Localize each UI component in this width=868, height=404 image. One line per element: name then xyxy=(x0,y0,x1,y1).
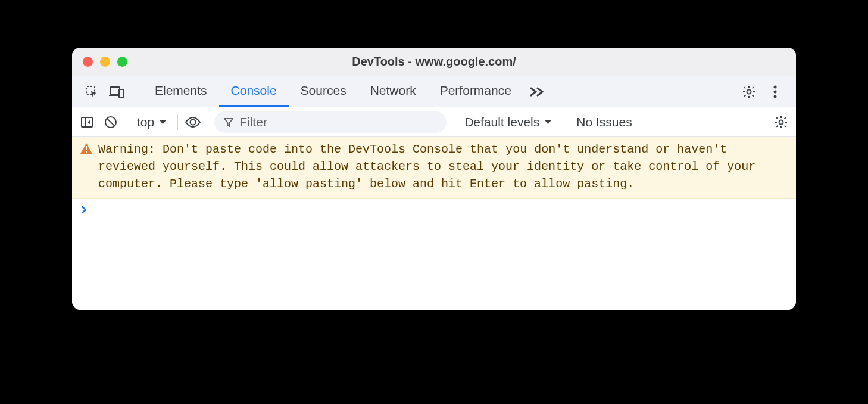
toolbar-divider xyxy=(126,114,126,130)
more-tabs-icon[interactable] xyxy=(528,83,546,101)
toolbar-right xyxy=(733,76,791,107)
settings-icon[interactable] xyxy=(740,83,758,101)
toolbar-divider xyxy=(208,114,208,130)
filter-container xyxy=(214,111,447,133)
tab-performance[interactable]: Performance xyxy=(428,76,523,107)
tab-network[interactable]: Network xyxy=(358,76,428,107)
warning-text: Warning: Don't paste code into the DevTo… xyxy=(98,141,788,192)
device-toolbar-icon[interactable] xyxy=(108,83,126,101)
traffic-lights xyxy=(72,57,127,67)
panel-tabs: Elements Console Sources Network Perform… xyxy=(143,76,733,107)
svg-point-3 xyxy=(747,89,751,94)
toolbar-divider xyxy=(133,84,133,100)
main-toolbar: Elements Console Sources Network Perform… xyxy=(72,76,796,107)
svg-rect-1 xyxy=(110,87,120,94)
svg-rect-12 xyxy=(86,151,87,153)
tab-sources[interactable]: Sources xyxy=(289,76,358,107)
warning-icon xyxy=(80,143,92,192)
execution-context-selector[interactable]: top xyxy=(132,115,171,129)
window-title: DevTools - www.google.com/ xyxy=(72,55,796,69)
toolbar-left xyxy=(77,76,139,107)
devtools-window: DevTools - www.google.com/ Elements C xyxy=(72,48,796,310)
live-expression-icon[interactable] xyxy=(184,113,202,131)
titlebar: DevTools - www.google.com/ xyxy=(72,48,796,76)
chevron-down-icon xyxy=(159,119,167,125)
toolbar-divider xyxy=(564,114,564,130)
levels-label: Default levels xyxy=(464,115,539,129)
svg-point-4 xyxy=(774,85,777,88)
close-button[interactable] xyxy=(83,57,93,67)
svg-rect-2 xyxy=(119,89,124,98)
toolbar-divider xyxy=(766,114,766,130)
inspect-element-icon[interactable] xyxy=(83,83,101,101)
context-label: top xyxy=(137,115,154,129)
console-messages: Warning: Don't paste code into the DevTo… xyxy=(72,137,796,310)
warning-label: Warning: xyxy=(98,142,155,156)
warning-body: Don't paste code into the DevTools Conso… xyxy=(98,142,755,191)
console-toolbar: top Default levels No Issues xyxy=(72,107,796,137)
tab-elements[interactable]: Elements xyxy=(143,76,219,107)
svg-point-9 xyxy=(191,119,196,125)
svg-rect-11 xyxy=(86,146,87,150)
prompt-chevron-icon xyxy=(80,205,88,215)
minimize-button[interactable] xyxy=(100,57,110,67)
toggle-sidebar-icon[interactable] xyxy=(78,113,96,131)
filter-icon xyxy=(224,117,233,127)
filter-input[interactable] xyxy=(239,115,437,129)
svg-point-10 xyxy=(779,120,783,124)
svg-point-6 xyxy=(774,95,777,98)
svg-point-5 xyxy=(774,90,777,93)
log-level-selector[interactable]: Default levels xyxy=(458,115,558,129)
toolbar-divider xyxy=(177,114,178,130)
svg-rect-7 xyxy=(82,117,92,127)
more-options-icon[interactable] xyxy=(766,83,784,101)
clear-console-icon[interactable] xyxy=(102,113,120,131)
console-warning-row: Warning: Don't paste code into the DevTo… xyxy=(72,137,796,199)
zoom-button[interactable] xyxy=(117,57,127,67)
console-settings-icon[interactable] xyxy=(772,113,790,131)
console-prompt[interactable] xyxy=(72,199,796,220)
chevron-down-icon xyxy=(544,119,552,125)
tab-console[interactable]: Console xyxy=(219,76,289,107)
issues-counter[interactable]: No Issues xyxy=(570,115,638,129)
